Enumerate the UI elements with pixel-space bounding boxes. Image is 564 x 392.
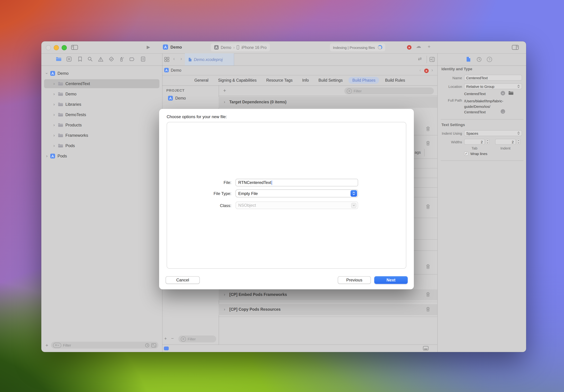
tab-info[interactable]: Info: [298, 77, 313, 84]
location-popup[interactable]: Relative to Group: [464, 83, 522, 89]
add-file-button[interactable]: +: [45, 342, 48, 348]
navigator-filter-field[interactable]: ≡ Filter: [51, 342, 158, 349]
error-count-badge[interactable]: ×: [407, 45, 412, 50]
delete-phase-icon[interactable]: [426, 126, 430, 131]
activity-status[interactable]: Indexing | Processing files: [330, 43, 385, 51]
project-pane-item[interactable]: Demo: [175, 96, 186, 100]
row-copy-pods[interactable]: [CP] Copy Pods Resources: [229, 307, 281, 311]
add-build-phase-button[interactable]: +: [223, 87, 226, 93]
file-inspector-icon[interactable]: [466, 56, 471, 62]
disclosure-icon[interactable]: ›: [53, 133, 55, 138]
recent-files-icon[interactable]: [145, 343, 150, 347]
filter-options-icon[interactable]: ≡: [53, 343, 61, 348]
cancel-button[interactable]: Cancel: [166, 276, 200, 284]
wrap-lines-row[interactable]: ✓ Wrap lines: [464, 152, 487, 156]
previous-button[interactable]: Previous: [338, 276, 371, 284]
delete-phase-icon[interactable]: [426, 292, 430, 297]
popup-stepper-icon[interactable]: [351, 190, 357, 197]
tests-navigator-icon[interactable]: [109, 56, 114, 62]
previous-issue-button[interactable]: ‹: [419, 68, 421, 73]
close-button[interactable]: [46, 45, 51, 50]
tree-item-pods-folder[interactable]: › Pods: [44, 141, 159, 150]
tree-item-demo-root[interactable]: › Demo: [44, 69, 159, 78]
disclosure-open-icon[interactable]: ›: [44, 73, 49, 74]
bookmarks-navigator-icon[interactable]: [78, 56, 82, 62]
disclosure-icon[interactable]: ›: [53, 123, 55, 127]
tab-build-phases[interactable]: Build Phases: [349, 77, 379, 84]
group-disclosure-icon[interactable]: ›: [224, 99, 225, 104]
group-disclosure-icon[interactable]: ›: [224, 292, 225, 297]
cloud-icon[interactable]: ☁: [416, 43, 421, 49]
build-phases-filter-field[interactable]: ≡ Filter: [344, 87, 434, 94]
row-target-dependencies[interactable]: Target Dependencies (0 items): [229, 100, 287, 104]
group-disclosure-icon[interactable]: ›: [224, 307, 225, 312]
indent-using-popup[interactable]: Spaces: [464, 130, 522, 136]
file-type-popup[interactable]: Empty File: [235, 189, 358, 197]
toggle-debug-area-icon[interactable]: [423, 346, 429, 351]
disclosure-icon[interactable]: ›: [53, 112, 55, 117]
tab-build-settings[interactable]: Build Settings: [315, 77, 346, 84]
forward-button[interactable]: ›: [180, 56, 182, 61]
delete-phase-icon[interactable]: [426, 204, 430, 209]
name-field[interactable]: CenteredText: [464, 75, 522, 81]
tab-resource-tags[interactable]: Resource Tags: [262, 77, 296, 84]
tree-item-demotests[interactable]: › DemoTests: [44, 110, 159, 119]
tab-signing[interactable]: Signing & Capabilities: [214, 77, 261, 84]
targets-filter-field[interactable]: ≡ Filter: [178, 336, 216, 342]
back-button[interactable]: ‹: [173, 56, 175, 61]
add-editor-icon[interactable]: [429, 57, 435, 62]
minimap-grid-icon[interactable]: [164, 57, 169, 62]
disclosure-icon[interactable]: ›: [53, 92, 55, 97]
delete-phase-icon[interactable]: [426, 307, 430, 312]
delete-phase-icon[interactable]: [426, 264, 430, 269]
editor-tab[interactable]: Demo.xcodeproj: [185, 53, 234, 65]
tree-item-libraries[interactable]: › Libraries: [44, 100, 159, 109]
tree-item-products[interactable]: › Products: [44, 121, 159, 129]
history-inspector-icon[interactable]: [477, 57, 482, 62]
tab-width-stepper[interactable]: [486, 139, 489, 145]
disclosure-icon[interactable]: ›: [53, 102, 55, 107]
next-button[interactable]: Next: [374, 276, 408, 284]
tree-item-frameworks[interactable]: › Frameworks: [44, 131, 159, 140]
tree-item-demo[interactable]: › Demo: [44, 90, 159, 98]
delete-phase-icon[interactable]: [426, 140, 430, 146]
reveal-path-arrow-icon[interactable]: →: [501, 109, 505, 114]
tab-width-field[interactable]: 2: [464, 139, 485, 145]
related-items-swap-icon[interactable]: ⇄: [418, 56, 422, 61]
help-inspector-icon[interactable]: ?: [487, 57, 492, 62]
tree-item-pods-project[interactable]: › Pods: [44, 152, 159, 161]
run-button[interactable]: ▶: [147, 44, 150, 50]
add-toolbar-button[interactable]: +: [428, 44, 430, 49]
tree-item-centeredtext[interactable]: › CenteredText: [44, 79, 159, 88]
next-issue-button[interactable]: ›: [431, 68, 433, 73]
disclosure-icon[interactable]: ›: [46, 154, 48, 158]
disclosure-icon[interactable]: ›: [53, 81, 55, 86]
project-navigator-icon[interactable]: [56, 57, 61, 61]
wrap-lines-checkbox[interactable]: ✓: [464, 152, 468, 156]
editor-mode-icon[interactable]: [164, 347, 169, 350]
breadcrumb[interactable]: Demo: [171, 68, 181, 72]
issue-badge[interactable]: ×: [424, 69, 429, 73]
add-target-button[interactable]: +: [164, 336, 167, 341]
row-embed-pods[interactable]: [CP] Embed Pods Frameworks: [229, 293, 287, 297]
disclosure-icon[interactable]: ›: [53, 143, 55, 148]
issues-navigator-icon[interactable]: [98, 57, 103, 62]
scheme-selector[interactable]: Demo › iPhone 16 Pro: [211, 43, 270, 51]
minimize-button[interactable]: [54, 45, 59, 50]
zoom-button[interactable]: [62, 45, 67, 50]
indent-width-field[interactable]: 2: [495, 139, 516, 145]
source-control-navigator-icon[interactable]: [67, 56, 72, 62]
indent-width-stepper[interactable]: [517, 139, 520, 145]
debug-navigator-icon[interactable]: [119, 56, 124, 62]
toggle-left-sidebar-icon[interactable]: [71, 45, 78, 50]
choose-folder-icon[interactable]: [508, 91, 513, 95]
clear-location-icon[interactable]: ×: [501, 91, 505, 95]
find-navigator-icon[interactable]: [87, 56, 93, 62]
file-name-input[interactable]: RTNCenteredText: [235, 179, 358, 186]
toggle-right-sidebar-icon[interactable]: [512, 45, 519, 50]
source-control-status-icon[interactable]: [151, 343, 156, 347]
class-combo-disabled[interactable]: NSObject: [235, 201, 358, 209]
breakpoints-navigator-icon[interactable]: [129, 57, 135, 61]
tab-build-rules[interactable]: Build Rules: [381, 77, 409, 84]
remove-target-button[interactable]: −: [171, 336, 174, 341]
